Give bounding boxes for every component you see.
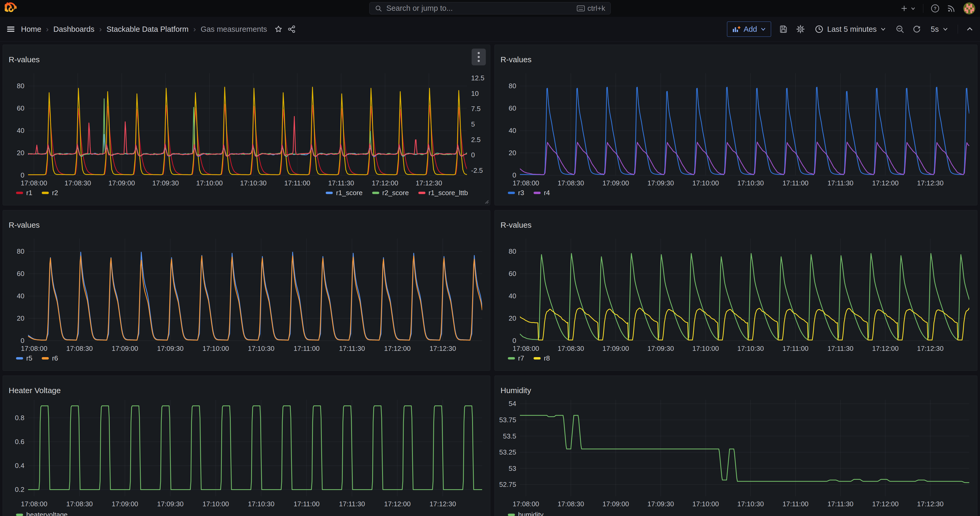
svg-text:0.4: 0.4 (15, 462, 24, 469)
breadcrumb-folder[interactable]: Stackable Data Platform (107, 25, 189, 33)
svg-text:17:11:30: 17:11:30 (328, 179, 354, 187)
favorite-button[interactable] (274, 25, 283, 33)
legend-item-r2_score[interactable]: r2_score (372, 189, 409, 197)
breadcrumb-separator: › (193, 25, 196, 33)
mega-menu-button[interactable] (6, 25, 15, 33)
svg-text:17:10:30: 17:10:30 (737, 500, 764, 508)
save-dashboard-button[interactable] (779, 25, 788, 33)
panel-title[interactable]: R-values (9, 221, 40, 229)
legend-item-humidity[interactable]: humidity (508, 511, 544, 516)
panel-title[interactable]: Heater Voltage (9, 386, 60, 395)
legend-item-r5[interactable]: r5 (16, 354, 32, 362)
collapse-toolbar-button[interactable] (966, 26, 974, 32)
panel-title[interactable]: Humidity (501, 386, 531, 395)
legend-item-r2[interactable]: r2 (42, 189, 58, 197)
refresh-button[interactable] (912, 25, 921, 33)
svg-text:17:10:00: 17:10:00 (196, 179, 223, 187)
timeseries-chart[interactable]: 02040608017:08:0017:08:3017:09:0017:09:3… (3, 210, 490, 371)
timeseries-chart[interactable]: 020406080-2.502.557.51012.517:08:0017:08… (3, 45, 490, 205)
breadcrumb: Home › Dashboards › Stackable Data Platf… (21, 25, 296, 33)
legend-swatch (508, 514, 515, 516)
panel-menu-button[interactable] (472, 49, 486, 65)
svg-text:17:12:30: 17:12:30 (430, 500, 456, 508)
panel-title[interactable]: R-values (501, 55, 531, 64)
share-button[interactable] (287, 25, 296, 33)
keyboard-icon (577, 5, 585, 11)
svg-text:7.5: 7.5 (471, 105, 480, 112)
help-icon: ? (931, 4, 940, 13)
breadcrumb-home[interactable]: Home (21, 25, 41, 33)
gear-icon (796, 24, 805, 34)
svg-text:17:12:30: 17:12:30 (917, 500, 943, 508)
breadcrumb-dashboards[interactable]: Dashboards (53, 25, 94, 33)
panel-heater-voltage: 0.20.40.60.817:08:0017:08:3017:09:0017:0… (3, 376, 490, 516)
legend-item-r8[interactable]: r8 (534, 354, 550, 362)
legend-item-r1[interactable]: r1 (16, 189, 32, 197)
user-avatar[interactable] (963, 2, 975, 14)
svg-text:17:10:00: 17:10:00 (692, 345, 719, 352)
help-button[interactable]: ? (931, 4, 940, 13)
timeseries-chart[interactable]: 02040608017:08:0017:08:3017:09:0017:09:3… (495, 210, 977, 371)
panel-title[interactable]: R-values (9, 55, 40, 64)
svg-text:17:10:00: 17:10:00 (692, 179, 719, 187)
chevron-down-icon (880, 27, 886, 31)
svg-text:53.75: 53.75 (499, 416, 516, 424)
svg-text:17:08:30: 17:08:30 (66, 500, 93, 508)
legend-label: r8 (544, 354, 550, 362)
svg-text:60: 60 (509, 105, 516, 112)
legend-item-r7[interactable]: r7 (508, 354, 524, 362)
time-range-picker[interactable]: Last 5 minutes (813, 24, 888, 34)
svg-text:17:11:30: 17:11:30 (339, 345, 365, 352)
timeseries-chart[interactable]: 02040608017:08:0017:08:3017:09:0017:09:3… (495, 45, 977, 205)
search-icon (375, 5, 382, 12)
legend-item-r3[interactable]: r3 (508, 189, 524, 197)
legend-swatch (16, 192, 23, 194)
refresh-interval-picker[interactable]: 5s (929, 25, 950, 34)
svg-text:0: 0 (21, 337, 24, 344)
svg-text:12.5: 12.5 (471, 74, 485, 82)
svg-text:17:10:30: 17:10:30 (737, 179, 764, 187)
chevron-down-icon (912, 8, 915, 10)
grafana-logo[interactable] (5, 2, 17, 14)
add-button[interactable]: Add (727, 22, 771, 37)
legend-item-r1_score_lttb[interactable]: r1_score_lttb (418, 189, 468, 197)
svg-text:17:09:30: 17:09:30 (648, 179, 674, 187)
time-range-label: Last 5 minutes (827, 25, 877, 33)
svg-text:17:08:00: 17:08:00 (21, 179, 47, 187)
search-placeholder: Search or jump to... (386, 4, 573, 13)
chevron-down-icon (942, 27, 948, 31)
svg-text:40: 40 (17, 127, 24, 134)
resize-grip[interactable] (484, 199, 489, 204)
svg-text:17:10:00: 17:10:00 (202, 345, 229, 352)
svg-text:10: 10 (471, 90, 479, 97)
news-button[interactable] (947, 4, 956, 13)
share-icon (287, 25, 296, 33)
legend-item-r1_score[interactable]: r1_score (326, 189, 363, 197)
dashboard-settings-button[interactable] (796, 24, 805, 34)
panel-humidity: 52.755353.2553.553.755417:08:0017:08:301… (495, 376, 977, 516)
svg-text:17:10:30: 17:10:30 (737, 345, 764, 352)
legend-label: r2_score (382, 189, 409, 197)
legend-label: r2 (52, 189, 58, 197)
svg-text:40: 40 (17, 292, 24, 299)
legend-swatch (16, 357, 23, 360)
svg-text:17:11:00: 17:11:00 (293, 345, 320, 352)
zoom-out-button[interactable] (896, 25, 904, 33)
panel-title[interactable]: R-values (501, 221, 531, 229)
panel-legend: heatervoltage (16, 511, 477, 516)
hamburger-icon (6, 25, 15, 33)
legend-item-r4[interactable]: r4 (534, 189, 550, 197)
svg-text:17:12:00: 17:12:00 (872, 179, 899, 187)
timeseries-chart[interactable]: 0.20.40.60.817:08:0017:08:3017:09:0017:0… (3, 376, 490, 516)
timeseries-chart[interactable]: 52.755353.2553.553.755417:08:0017:08:301… (495, 376, 977, 516)
svg-text:52.75: 52.75 (499, 481, 516, 488)
legend-item-r6[interactable]: r6 (42, 354, 58, 362)
svg-text:17:10:30: 17:10:30 (240, 179, 267, 187)
svg-text:17:09:00: 17:09:00 (603, 500, 629, 508)
legend-item-heatervoltage[interactable]: heatervoltage (16, 511, 68, 516)
legend-label: r5 (26, 354, 32, 362)
svg-text:17:10:00: 17:10:00 (692, 500, 719, 508)
new-button[interactable] (900, 5, 916, 12)
search-input[interactable]: Search or jump to... ctrl+k (369, 2, 611, 14)
svg-text:17:09:00: 17:09:00 (603, 179, 629, 187)
